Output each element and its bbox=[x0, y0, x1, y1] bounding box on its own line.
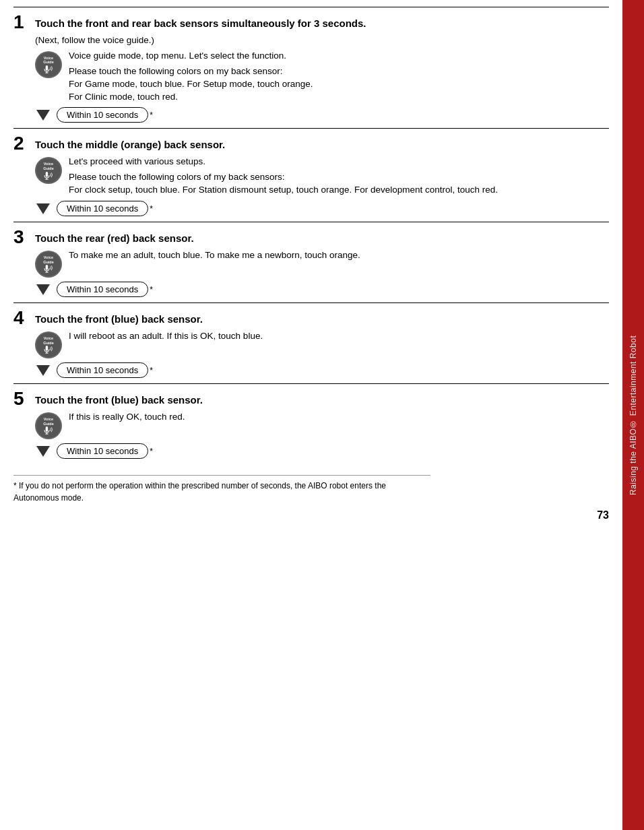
asterisk-2: * bbox=[150, 204, 153, 214]
asterisk-3: * bbox=[150, 285, 153, 294]
page-number-area: 73 bbox=[13, 509, 609, 521]
sidebar: Raising the AIBO® Entertainment Robot bbox=[622, 0, 644, 830]
step-title-3: Touch the rear (red) back sensor. bbox=[35, 228, 194, 245]
footer-text: * If you do not perform the operation wi… bbox=[13, 481, 386, 503]
arrow-down-icon-3 bbox=[36, 284, 50, 295]
arrow-within-row-3: Within 10 seconds* bbox=[35, 282, 609, 297]
voice-guide-row-4: VoiceGuide I will reboot as an adult. If… bbox=[35, 330, 609, 358]
sidebar-label: Raising the AIBO® Entertainment Robot bbox=[629, 335, 638, 494]
step-number-3: 3 bbox=[13, 228, 30, 247]
step-header-2: 2Touch the middle (orange) back sensor. bbox=[13, 134, 609, 153]
voice-text-1: Voice guide mode, top menu. Let's select… bbox=[69, 50, 609, 104]
voice-guide-row-2: VoiceGuide Let's proceed with various se… bbox=[35, 156, 609, 197]
voice-text-2: Let's proceed with various setups.Please… bbox=[69, 156, 609, 197]
within-badge-2: Within 10 seconds bbox=[57, 201, 148, 216]
step-title-5: Touch the front (blue) back sensor. bbox=[35, 389, 203, 407]
step-subtext-1: (Next, follow the voice guide.) bbox=[35, 34, 609, 47]
voice-guide-row-1: VoiceGuide Voice guide mode, top menu. L… bbox=[35, 50, 609, 104]
arrow-within-row-1: Within 10 seconds* bbox=[35, 107, 609, 123]
step-header-1: 1Touch the front and rear back sensors s… bbox=[13, 13, 609, 32]
voice-text-5: If this is really OK, touch red. bbox=[69, 411, 609, 424]
asterisk-5: * bbox=[150, 447, 153, 456]
step-body-5: VoiceGuide If this is really OK, touch r… bbox=[35, 411, 609, 459]
arrow-down-icon-1 bbox=[36, 110, 50, 121]
within-badge-4: Within 10 seconds bbox=[57, 362, 148, 378]
arrow-down-icon-4 bbox=[36, 365, 50, 376]
step-header-4: 4Touch the front (blue) back sensor. bbox=[13, 309, 609, 327]
asterisk-1: * bbox=[150, 110, 153, 120]
step-number-1: 1 bbox=[13, 13, 30, 32]
step-header-5: 5Touch the front (blue) back sensor. bbox=[13, 389, 609, 408]
within-badge-3: Within 10 seconds bbox=[57, 282, 148, 297]
step-title-4: Touch the front (blue) back sensor. bbox=[35, 309, 203, 326]
steps-container: 1Touch the front and rear back sensors s… bbox=[13, 7, 609, 464]
step-body-4: VoiceGuide I will reboot as an adult. If… bbox=[35, 330, 609, 378]
arrow-down-icon-2 bbox=[36, 203, 50, 214]
footer-note: * If you do not perform the operation wi… bbox=[13, 475, 430, 504]
step-number-4: 4 bbox=[13, 309, 30, 327]
step-body-1: (Next, follow the voice guide.) VoiceGui… bbox=[35, 34, 609, 123]
step-section-3: 3Touch the rear (red) back sensor. Voice… bbox=[13, 222, 609, 302]
within-badge-1: Within 10 seconds bbox=[57, 107, 148, 123]
voice-guide-row-3: VoiceGuide To make me an adult, touch bl… bbox=[35, 249, 609, 278]
step-section-4: 4Touch the front (blue) back sensor. Voi… bbox=[13, 302, 609, 383]
main-content: 1Touch the front and rear back sensors s… bbox=[0, 0, 622, 830]
arrow-within-row-4: Within 10 seconds* bbox=[35, 362, 609, 378]
step-number-2: 2 bbox=[13, 134, 30, 153]
step-number-5: 5 bbox=[13, 389, 30, 408]
step-header-3: 3Touch the rear (red) back sensor. bbox=[13, 228, 609, 247]
within-badge-5: Within 10 seconds bbox=[57, 443, 148, 459]
voice-text-4: I will reboot as an adult. If this is OK… bbox=[69, 330, 609, 343]
arrow-down-icon-5 bbox=[36, 446, 50, 457]
step-section-2: 2Touch the middle (orange) back sensor. … bbox=[13, 128, 609, 222]
arrow-within-row-2: Within 10 seconds* bbox=[35, 201, 609, 216]
step-section-1: 1Touch the front and rear back sensors s… bbox=[13, 7, 609, 128]
step-section-5: 5Touch the front (blue) back sensor. Voi… bbox=[13, 383, 609, 464]
step-body-3: VoiceGuide To make me an adult, touch bl… bbox=[35, 249, 609, 297]
step-title-1: Touch the front and rear back sensors si… bbox=[35, 13, 366, 30]
arrow-within-row-5: Within 10 seconds* bbox=[35, 443, 609, 459]
asterisk-4: * bbox=[150, 366, 153, 375]
voice-guide-row-5: VoiceGuide If this is really OK, touch r… bbox=[35, 411, 609, 439]
step-title-2: Touch the middle (orange) back sensor. bbox=[35, 134, 225, 152]
step-body-2: VoiceGuide Let's proceed with various se… bbox=[35, 156, 609, 216]
voice-text-3: To make me an adult, touch blue. To make… bbox=[69, 249, 609, 262]
page-number: 73 bbox=[597, 509, 609, 521]
